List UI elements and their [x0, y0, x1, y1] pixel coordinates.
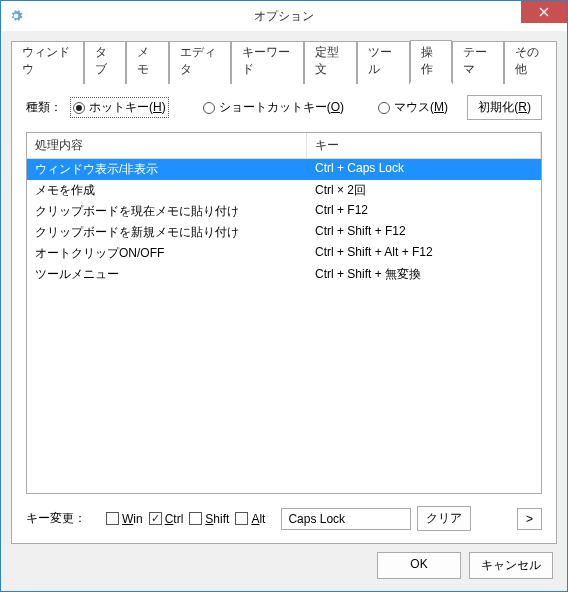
cell-key: Ctrl + Shift + Alt + F12 [307, 243, 541, 264]
key-change-row: キー変更： Win Ctrl Shift Alt [26, 506, 542, 531]
checkbox-win-label: Win [122, 512, 143, 526]
tab-5[interactable]: 定型文 [304, 41, 357, 84]
window-title: オプション [1, 8, 567, 25]
cell-key: Ctrl + Caps Lock [307, 159, 541, 180]
checkbox-ctrl[interactable]: Ctrl [149, 512, 184, 526]
table-row[interactable]: ツールメニューCtrl + Shift + 無変換 [27, 264, 541, 285]
tab-3[interactable]: エディタ [169, 41, 232, 84]
cell-action: ツールメニュー [27, 264, 307, 285]
table-row[interactable]: オートクリップON/OFFCtrl + Shift + Alt + F12 [27, 243, 541, 264]
tab-strip: ウィンドウタブメモエディタキーワード定型文ツール操作テーマその他 [11, 39, 557, 82]
table-row[interactable]: クリップボードを新規メモに貼り付けCtrl + Shift + F12 [27, 222, 541, 243]
tab-9[interactable]: その他 [504, 41, 557, 84]
checkbox-ctrl-label: Ctrl [165, 512, 184, 526]
titlebar: オプション [1, 1, 567, 31]
tab-2[interactable]: メモ [126, 41, 168, 84]
table-body[interactable]: ウィンドウ表示/非表示Ctrl + Caps Lockメモを作成Ctrl × 2… [27, 159, 541, 493]
radio-mouse-label: マウス(M) [394, 99, 448, 116]
radio-hotkey-label: ホットキー(H) [89, 99, 166, 116]
tab-1[interactable]: タブ [84, 41, 126, 84]
tab-7[interactable]: 操作 [410, 40, 452, 83]
type-row: 種類： ホットキー(H) ショートカットキー(O) マウス(M) [26, 95, 542, 120]
cell-action: オートクリップON/OFF [27, 243, 307, 264]
more-button[interactable]: > [517, 508, 542, 530]
radio-icon [378, 102, 390, 114]
checkbox-alt[interactable]: Alt [235, 512, 265, 526]
radio-icon [203, 102, 215, 114]
checkbox-shift[interactable]: Shift [189, 512, 229, 526]
radio-shortcut-label: ショートカットキー(O) [219, 99, 344, 116]
cell-key: Ctrl + Shift + 無変換 [307, 264, 541, 285]
checkbox-icon [235, 512, 248, 525]
tab-6[interactable]: ツール [357, 41, 410, 84]
key-bindings-table: 処理内容 キー ウィンドウ表示/非表示Ctrl + Caps Lockメモを作成… [26, 132, 542, 494]
table-row[interactable]: クリップボードを現在メモに貼り付けCtrl + F12 [27, 201, 541, 222]
checkbox-alt-label: Alt [251, 512, 265, 526]
tab-4[interactable]: キーワード [231, 41, 304, 84]
dialog-footer: OK キャンセル [11, 544, 557, 581]
col-key[interactable]: キー [307, 133, 541, 158]
cell-key: Ctrl + Shift + F12 [307, 222, 541, 243]
ok-button[interactable]: OK [377, 552, 461, 579]
table-row[interactable]: メモを作成Ctrl × 2回 [27, 180, 541, 201]
table-header: 処理内容 キー [27, 133, 541, 159]
radio-icon [73, 102, 85, 114]
type-label: 種類： [26, 99, 62, 116]
cell-action: ウィンドウ表示/非表示 [27, 159, 307, 180]
tab-panel-operation: 種類： ホットキー(H) ショートカットキー(O) マウス(M) [11, 82, 557, 544]
cell-action: メモを作成 [27, 180, 307, 201]
radio-mouse[interactable]: マウス(M) [378, 99, 448, 116]
reset-button[interactable]: 初期化(R) [467, 95, 542, 120]
cell-key: Ctrl + F12 [307, 201, 541, 222]
key-input[interactable]: Caps Lock [281, 508, 411, 530]
checkbox-win[interactable]: Win [106, 512, 143, 526]
key-change-label: キー変更： [26, 510, 86, 527]
close-icon [539, 7, 549, 17]
checkbox-icon [189, 512, 202, 525]
gear-icon [1, 9, 31, 23]
cell-key: Ctrl × 2回 [307, 180, 541, 201]
tab-0[interactable]: ウィンドウ [11, 41, 84, 84]
close-button[interactable] [521, 1, 567, 23]
options-dialog: オプション ウィンドウタブメモエディタキーワード定型文ツール操作テーマその他 種… [0, 0, 568, 592]
radio-hotkey[interactable]: ホットキー(H) [70, 97, 169, 118]
clear-button[interactable]: クリア [417, 506, 471, 531]
radio-shortcut[interactable]: ショートカットキー(O) [203, 99, 344, 116]
cancel-button[interactable]: キャンセル [469, 552, 553, 579]
col-action[interactable]: 処理内容 [27, 133, 307, 158]
checkbox-icon [149, 512, 162, 525]
checkbox-shift-label: Shift [205, 512, 229, 526]
table-row[interactable]: ウィンドウ表示/非表示Ctrl + Caps Lock [27, 159, 541, 180]
client-area: ウィンドウタブメモエディタキーワード定型文ツール操作テーマその他 種類： ホット… [1, 31, 567, 591]
tab-8[interactable]: テーマ [452, 41, 505, 84]
checkbox-icon [106, 512, 119, 525]
cell-action: クリップボードを新規メモに貼り付け [27, 222, 307, 243]
cell-action: クリップボードを現在メモに貼り付け [27, 201, 307, 222]
